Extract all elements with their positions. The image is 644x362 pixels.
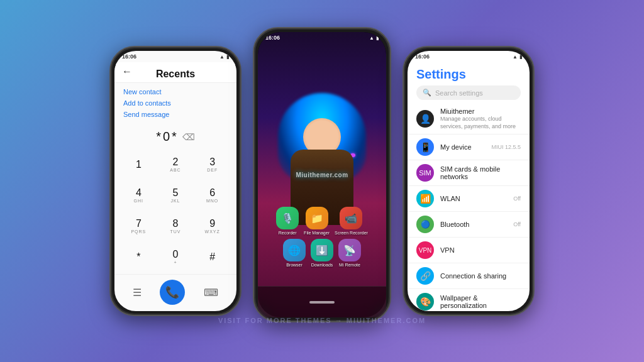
phone-app: ← Recents New contact Add to contacts Se… [114,62,236,311]
downloads-icon: ⬇️ [311,239,333,261]
dial-key-5[interactable]: 5 JKL [158,181,194,211]
app-screen-recorder[interactable]: 📹 Screen Recorder [335,207,368,235]
left-status-icons: ▲ ▮ [219,54,229,60]
battery-icon-r: ▮ [519,54,522,60]
signal-icon-m: ▲ [369,35,374,41]
search-placeholder-text: Search settings [435,89,483,97]
phones-container: 16:06 ▲ ▮ ← Recents New contact Add to c… [0,0,644,362]
call-button[interactable]: 📞 [160,280,185,305]
add-to-contacts-link[interactable]: Add to contacts [123,99,228,107]
wlan-icon: 📶 [416,190,434,207]
dialpad-icon[interactable]: ⌨ [204,287,218,299]
app-mi-remote[interactable]: 📡 Mi Remote [338,239,361,267]
sim-title: SIM cards & mobile networks [440,165,521,180]
wallpaper-title: Wallpaper & personalization [440,294,521,309]
settings-item-account[interactable]: 👤 Miuithemer Manage accounts, cloud serv… [408,104,530,134]
signal-icon: ▲ [219,54,225,60]
right-status-icons: ▲ ▮ [513,54,522,60]
wlan-value: Off [513,195,521,202]
phone-app-bottom: ☰ 📞 ⌨ [114,274,236,311]
send-message-link[interactable]: Send message [123,111,228,118]
right-status-bar: 16:06 ▲ ▮ [408,51,530,62]
settings-item-connection[interactable]: 🔗 Connection & sharing [408,263,530,289]
wallpaper-icon: 🎨 [416,293,434,310]
recorder-icon: 🎙️ [276,207,299,229]
dial-key-9[interactable]: 9 WXYZ [194,212,230,241]
right-phone-screen: 16:06 ▲ ▮ Settings 🔍 Search settings 👤 [408,51,530,311]
backspace-icon[interactable]: ⌫ [182,132,195,142]
account-title: Miuithemer [440,107,521,115]
dial-key-6[interactable]: 6 MNO [194,181,230,211]
mi-remote-icon: 📡 [338,239,361,261]
dial-key-8[interactable]: 8 TUV [158,212,194,241]
recorder-label: Recorder [279,231,297,235]
account-icon: 👤 [416,110,434,128]
middle-time: 16:06 [265,35,280,41]
dial-key-hash[interactable]: # [194,242,230,272]
screen-recorder-icon: 📹 [340,207,362,229]
settings-item-sim[interactable]: SIM SIM cards & mobile networks [408,160,530,186]
settings-item-device[interactable]: 📱 My device MIUI 12.5.5 [408,134,530,160]
menu-icon[interactable]: ☰ [133,287,142,299]
home-apps-rows: 🎙️ Recorder 📁 File Manager 📹 Screen Reco… [258,207,386,267]
wallpaper-content: Wallpaper & personalization [440,294,521,309]
dial-number: *0* [156,129,179,144]
downloads-label: Downloads [311,263,333,267]
device-content: My device [440,143,485,151]
settings-title: Settings [408,62,530,84]
dial-key-2[interactable]: 2 ABC [158,150,194,180]
middle-status-bar: 16:06 ▲ ▮ [258,32,386,43]
settings-item-wallpaper[interactable]: 🎨 Wallpaper & personalization [408,289,530,311]
app-downloads[interactable]: ⬇️ Downloads [311,239,333,267]
home-bottom-bar [258,286,386,317]
dial-key-star[interactable]: * [121,242,157,272]
dial-key-4[interactable]: 4 GHI [121,181,157,211]
account-content: Miuithemer Manage accounts, cloud servic… [440,107,521,130]
bluetooth-icon: 🔵 [416,216,434,233]
dial-key-1[interactable]: 1 [121,150,157,180]
left-time: 16:06 [122,53,136,60]
connection-icon: 🔗 [416,267,434,285]
home-screen: 16:06 ▲ ▮ Miuithemer.com 🎙️ Recorder [258,32,386,317]
vpn-icon: VPN [416,241,434,259]
search-icon: 🔍 [423,89,431,97]
connection-title: Connection & sharing [440,272,521,280]
device-badge: MIUI 12.5.5 [491,144,521,150]
left-phone: 16:06 ▲ ▮ ← Recents New contact Add to c… [109,46,242,316]
left-status-bar: 16:06 ▲ ▮ [114,51,236,62]
right-phone: 16:06 ▲ ▮ Settings 🔍 Search settings 👤 [402,46,535,316]
screen-recorder-label: Screen Recorder [335,231,368,235]
settings-search-bar[interactable]: 🔍 Search settings [416,85,521,100]
browser-icon: 🌐 [283,239,306,261]
dial-key-7[interactable]: 7 PQRS [121,212,157,241]
phone-app-title: Recents [122,69,229,80]
app-recorder[interactable]: 🎙️ Recorder [276,207,299,235]
settings-list: 👤 Miuithemer Manage accounts, cloud serv… [408,104,530,311]
settings-item-vpn[interactable]: VPN VPN [408,238,530,263]
phone-app-header: ← Recents [114,62,236,83]
new-contact-link[interactable]: New contact [123,88,228,96]
mi-remote-label: Mi Remote [339,263,360,267]
file-manager-label: File Manager [304,231,330,235]
bluetooth-value: Off [513,221,521,228]
app-browser[interactable]: 🌐 Browser [283,239,306,267]
home-indicator [309,301,335,304]
right-time: 16:06 [415,53,430,60]
browser-label: Browser [286,263,303,267]
file-manager-icon: 📁 [306,207,328,229]
vpn-content: VPN [440,246,521,254]
dial-key-0[interactable]: 0 + [158,242,194,272]
middle-phone: 16:06 ▲ ▮ Miuithemer.com 🎙️ Recorder [253,27,391,322]
home-watermark: Miuithemer.com [296,172,348,178]
dial-key-3[interactable]: 3 DEF [194,150,230,180]
apps-row-1: 🎙️ Recorder 📁 File Manager 📹 Screen Reco… [276,207,368,235]
device-icon: 📱 [416,138,434,156]
wlan-content: WLAN [440,195,507,202]
device-title: My device [440,143,485,151]
battery-icon-m: ▮ [376,35,379,41]
settings-item-bluetooth[interactable]: 🔵 Bluetooth Off [408,212,530,238]
dialpad-display: *0* ⌫ [114,123,236,148]
app-file-manager[interactable]: 📁 File Manager [304,207,330,235]
settings-item-wlan[interactable]: 📶 WLAN Off [408,186,530,212]
middle-phone-screen: 16:06 ▲ ▮ Miuithemer.com 🎙️ Recorder [258,32,386,317]
